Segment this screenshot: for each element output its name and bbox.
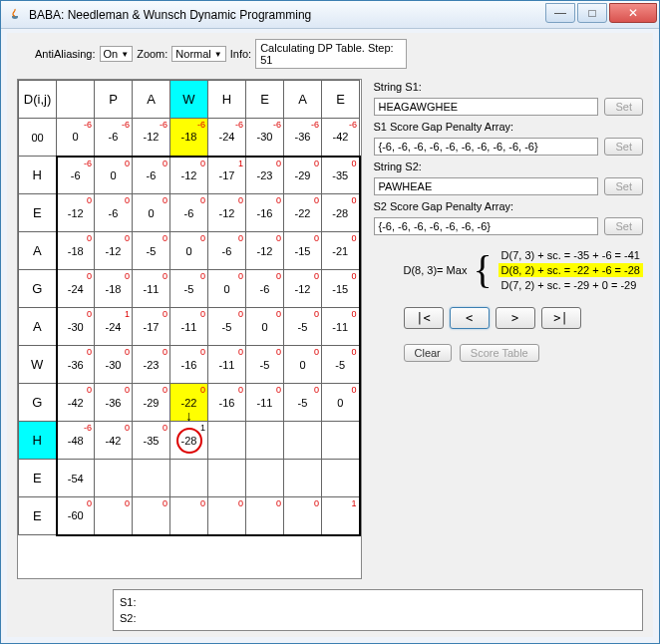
s1-set-button[interactable]: Set bbox=[604, 98, 643, 116]
window-title: BABA: Needleman & Wunsch Dynamic Program… bbox=[29, 8, 545, 22]
dp-cell: 0 bbox=[133, 497, 170, 535]
dp-cell: 0-42 bbox=[95, 422, 133, 460]
s2-set-button[interactable]: Set bbox=[604, 177, 643, 195]
align-s2-label: S2: bbox=[120, 612, 137, 624]
formula-lines: D(7, 3) + sc. = -35 + -6 = -41 D(8, 2) +… bbox=[498, 248, 643, 292]
nav-next-button[interactable]: > bbox=[495, 307, 535, 329]
dp-cell: -54 bbox=[57, 460, 95, 497]
dp-col-header: E bbox=[246, 81, 284, 119]
formula-line-0: D(7, 3) + sc. = -35 + -6 = -41 bbox=[498, 248, 643, 262]
dp-cell: 0-30 bbox=[57, 308, 95, 346]
dp-cell: -6-36 bbox=[284, 119, 322, 157]
dp-cell bbox=[284, 422, 322, 460]
dp-cell: 0-15 bbox=[322, 270, 360, 308]
s2-input[interactable]: PAWHEAE bbox=[374, 177, 599, 195]
clear-button[interactable]: Clear bbox=[404, 344, 452, 362]
dp-cell: 0-28 bbox=[322, 194, 360, 232]
dp-cell: A bbox=[19, 308, 57, 346]
dp-cell: 0-5 bbox=[208, 308, 246, 346]
s2arr-input[interactable]: {-6, -6, -6, -6, -6, -6, -6} bbox=[374, 217, 599, 235]
window-controls: — □ ✕ bbox=[545, 3, 657, 23]
dp-cell: G bbox=[19, 384, 57, 422]
dp-corner: D(i,j) bbox=[19, 81, 57, 119]
dp-cell: 0-15 bbox=[284, 232, 322, 270]
close-button[interactable]: ✕ bbox=[609, 3, 657, 23]
dp-cell: 0-5 bbox=[133, 232, 170, 270]
dp-cell: 0 bbox=[95, 497, 133, 535]
minimize-button[interactable]: — bbox=[545, 3, 575, 23]
dp-cell: 0-36 bbox=[95, 384, 133, 422]
dp-cell: E bbox=[19, 460, 57, 497]
dp-col-header: E bbox=[322, 81, 360, 119]
dp-cell: 0-17 bbox=[133, 308, 170, 346]
main-row: D(i,j)PAWHEAE00-60-6-6-6-12-6-18-6-24-6-… bbox=[7, 73, 653, 585]
dp-cell: 0-24 bbox=[57, 270, 95, 308]
dp-cell: A bbox=[19, 232, 57, 270]
dp-cell: H bbox=[19, 422, 57, 460]
dp-cell bbox=[95, 460, 133, 497]
s2-label: String S2: bbox=[374, 161, 644, 172]
dp-cell: 0-11 bbox=[246, 384, 284, 422]
dp-cell: 0-16 bbox=[246, 194, 284, 232]
dp-cell: 0-5 bbox=[170, 270, 208, 308]
dp-cell: 0-5 bbox=[284, 308, 322, 346]
dp-col-header: H bbox=[208, 81, 246, 119]
dp-cell: 0-18 bbox=[57, 232, 95, 270]
s1arr-input[interactable]: {-6, -6, -6, -6, -6, -6, -6, -6, -6, -6} bbox=[374, 138, 599, 156]
dp-cell: -6-30 bbox=[246, 119, 284, 157]
nav-last-button[interactable]: >| bbox=[541, 307, 581, 329]
dp-cell bbox=[208, 460, 246, 497]
action-buttons: Clear Score Table bbox=[404, 344, 644, 362]
s1arr-set-button[interactable]: Set bbox=[604, 138, 643, 156]
dp-cell: 0-11 bbox=[208, 346, 246, 384]
dp-cell bbox=[170, 460, 208, 497]
dp-cell: 0-5 bbox=[246, 346, 284, 384]
score-table-button[interactable]: Score Table bbox=[460, 344, 539, 362]
zoom-select[interactable]: Normal▼ bbox=[171, 46, 225, 62]
dp-cell: 00 bbox=[322, 384, 360, 422]
dp-cell: 0-23 bbox=[246, 157, 284, 194]
dp-cell: 1-28 bbox=[170, 422, 208, 460]
dp-cell: 00 bbox=[284, 346, 322, 384]
toolbar: AntiAliasing: On▼ Zoom: Normal▼ Info: Ca… bbox=[7, 33, 653, 73]
nav-first-button[interactable]: |< bbox=[404, 307, 444, 329]
dp-cell: G bbox=[19, 270, 57, 308]
aa-select[interactable]: On▼ bbox=[100, 46, 134, 62]
dp-cell: -6-6 bbox=[57, 157, 95, 194]
s2arr-set-button[interactable]: Set bbox=[604, 217, 643, 235]
dp-cell: -6-18 bbox=[170, 119, 208, 157]
dp-cell: 0-29 bbox=[284, 157, 322, 194]
dp-cell: W bbox=[19, 346, 57, 384]
dp-cell: 0-18 bbox=[95, 270, 133, 308]
dp-cell: 0-12 bbox=[170, 157, 208, 194]
dp-cell: 0-22↓ bbox=[170, 384, 208, 422]
dp-col-header bbox=[57, 81, 95, 119]
align-s1-label: S1: bbox=[120, 596, 137, 608]
dp-cell: 0-11 bbox=[322, 308, 360, 346]
dp-cell: -6-42 bbox=[322, 119, 360, 157]
dp-cell: -6-6 bbox=[95, 119, 133, 157]
maximize-button[interactable]: □ bbox=[577, 3, 607, 23]
dp-cell: 0-12 bbox=[208, 194, 246, 232]
s1-input[interactable]: HEAGAWGHEE bbox=[374, 98, 599, 116]
dp-cell: 0-6 bbox=[95, 194, 133, 232]
dp-cell: -6-12 bbox=[133, 119, 170, 157]
dp-col-header: W bbox=[170, 81, 208, 119]
dp-col-header: P bbox=[95, 81, 133, 119]
dp-col-header: A bbox=[133, 81, 170, 119]
dp-cell: E bbox=[19, 194, 57, 232]
dp-col-header: A bbox=[284, 81, 322, 119]
nav-prev-button[interactable]: < bbox=[450, 307, 490, 329]
dp-cell: 0-6 bbox=[133, 157, 170, 194]
s1-label: String S1: bbox=[374, 81, 644, 93]
dp-cell: 0-35 bbox=[133, 422, 170, 460]
chevron-down-icon: ▼ bbox=[121, 50, 129, 59]
dp-cell: 0-12 bbox=[57, 194, 95, 232]
dp-cell: 00 bbox=[19, 119, 57, 157]
nav-buttons: |< < > >| bbox=[404, 307, 644, 329]
dp-cell: 0-16 bbox=[208, 384, 246, 422]
dp-cell: 0-6 bbox=[246, 270, 284, 308]
dp-cell: 0-11 bbox=[133, 270, 170, 308]
dp-cell: 0-30 bbox=[95, 346, 133, 384]
content-area: AntiAliasing: On▼ Zoom: Normal▼ Info: Ca… bbox=[1, 29, 659, 643]
